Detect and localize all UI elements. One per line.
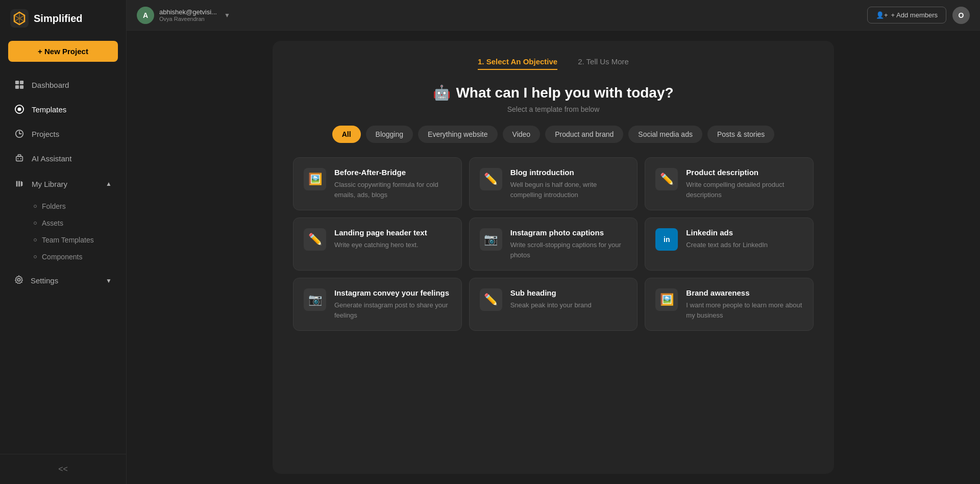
filter-pill-social-media-ads[interactable]: Social media ads xyxy=(628,126,702,143)
filter-pills: All Blogging Everything website Video Pr… xyxy=(332,126,775,143)
sub-dot-icon xyxy=(34,205,37,208)
topbar: A abhishek@getvisi... Ovya Raveendran ▼ … xyxy=(127,0,980,31)
sidebar-nav: Dashboard Templates Projects xyxy=(0,70,126,454)
sub-dot-icon xyxy=(34,222,37,225)
collapse-button[interactable]: << xyxy=(0,459,126,479)
ai-assistant-icon xyxy=(14,153,24,163)
new-project-button[interactable]: + New Project xyxy=(8,41,118,62)
sidebar-bottom: << xyxy=(0,454,126,484)
svg-point-12 xyxy=(17,278,20,281)
sidebar-item-ai-assistant[interactable]: AI Assistant xyxy=(4,147,122,170)
user-details: abhishek@getvisi... Ovya Raveendran xyxy=(159,8,217,22)
svg-point-11 xyxy=(20,158,21,159)
svg-rect-3 xyxy=(15,85,19,89)
dashboard-icon xyxy=(14,80,24,90)
wizard-heading: 🤖 What can I help you with today? xyxy=(433,84,673,101)
card-content: Instagram convey your feelings Generate … xyxy=(334,288,451,320)
my-library-sub-nav: Folders Assets Team Templates Components xyxy=(0,197,126,268)
svg-rect-9 xyxy=(18,155,20,157)
card-content: Instagram photo captions Write scroll-st… xyxy=(510,228,627,260)
card-icon-landing-page-header: ✏️ xyxy=(304,228,326,251)
svg-point-6 xyxy=(17,107,21,111)
my-library-label: My Library xyxy=(32,180,67,188)
settings-label: Settings xyxy=(31,276,58,285)
svg-point-10 xyxy=(17,158,18,159)
step-2[interactable]: 2. Tell Us More xyxy=(578,57,629,70)
sidebar-item-components[interactable]: Components xyxy=(28,249,122,265)
template-card-before-after-bridge[interactable]: 🖼️ Before-After-Bridge Classic copywriti… xyxy=(293,157,462,210)
robot-icon: 🤖 xyxy=(433,84,451,101)
template-card-blog-introduction[interactable]: ✏️ Blog introduction Well begun is half … xyxy=(469,157,638,210)
card-icon-instagram-photo-captions: 📷 xyxy=(480,228,502,251)
svg-rect-1 xyxy=(15,81,19,84)
sidebar-item-label: Templates xyxy=(32,105,66,114)
sidebar-item-team-templates[interactable]: Team Templates xyxy=(28,232,122,248)
logo[interactable]: Simplified xyxy=(0,0,126,37)
user-email: abhishek@getvisi... xyxy=(159,8,217,16)
settings-icon xyxy=(14,275,23,286)
card-icon-sub-heading: ✏️ xyxy=(480,288,502,311)
step-1[interactable]: 1. Select An Objective xyxy=(478,57,557,70)
svg-rect-8 xyxy=(16,156,23,161)
template-card-instagram-convey-feelings[interactable]: 📷 Instagram convey your feelings Generat… xyxy=(293,278,462,331)
sidebar-item-projects[interactable]: Projects xyxy=(4,122,122,146)
card-icon-blog-introduction: ✏️ xyxy=(480,168,502,190)
sidebar-item-my-library[interactable]: My Library ▲ xyxy=(4,172,122,196)
main-area: A abhishek@getvisi... Ovya Raveendran ▼ … xyxy=(127,0,980,484)
user-name: Ovya Raveendran xyxy=(159,16,217,22)
wizard-panel: 1. Select An Objective 2. Tell Us More 🤖… xyxy=(273,41,834,474)
card-icon-instagram-convey-feelings: 📷 xyxy=(304,288,326,311)
svg-rect-4 xyxy=(20,85,23,89)
user-info[interactable]: A abhishek@getvisi... Ovya Raveendran ▼ xyxy=(137,7,230,24)
sidebar-item-label: AI Assistant xyxy=(32,154,71,163)
card-content: Before-After-Bridge Classic copywriting … xyxy=(334,168,451,200)
sidebar-item-assets[interactable]: Assets xyxy=(28,215,122,231)
template-card-product-description[interactable]: ✏️ Product description Write compelling … xyxy=(645,157,814,210)
user-dropdown-arrow: ▼ xyxy=(224,12,230,19)
projects-icon xyxy=(14,129,24,139)
card-icon-product-description: ✏️ xyxy=(655,168,678,190)
add-members-button[interactable]: 👤+ + Add members xyxy=(867,7,946,23)
card-icon-linkedin-ads: in xyxy=(655,228,678,251)
sidebar-item-templates[interactable]: Templates xyxy=(4,98,122,121)
svg-rect-2 xyxy=(20,81,23,84)
user-circle-avatar[interactable]: O xyxy=(952,7,970,24)
my-library-icon xyxy=(14,179,24,189)
card-content: Linkedin ads Create text ads for LinkedI… xyxy=(686,228,803,250)
card-content: Product description Write compelling det… xyxy=(686,168,803,200)
card-content: Brand awareness I want more people to le… xyxy=(686,288,803,320)
template-card-linkedin-ads[interactable]: in Linkedin ads Create text ads for Link… xyxy=(645,217,814,271)
sub-dot-icon xyxy=(34,255,37,258)
sidebar-item-dashboard[interactable]: Dashboard xyxy=(4,73,122,96)
template-card-instagram-photo-captions[interactable]: 📷 Instagram photo captions Write scroll-… xyxy=(469,217,638,271)
filter-pill-product-and-brand[interactable]: Product and brand xyxy=(545,126,623,143)
my-library-section: My Library ▲ Folders Assets Team Templat… xyxy=(0,172,126,268)
chevron-up-icon: ▲ xyxy=(106,180,112,187)
filter-pill-blogging[interactable]: Blogging xyxy=(366,126,413,143)
template-card-brand-awareness[interactable]: 🖼️ Brand awareness I want more people to… xyxy=(645,278,814,331)
template-card-landing-page-header[interactable]: ✏️ Landing page header text Write eye ca… xyxy=(293,217,462,271)
card-icon-before-after-bridge: 🖼️ xyxy=(304,168,326,190)
sidebar-item-label: Projects xyxy=(32,130,59,138)
template-card-sub-heading[interactable]: ✏️ Sub heading Sneak peak into your bran… xyxy=(469,278,638,331)
card-content: Blog introduction Well begun is half don… xyxy=(510,168,627,200)
app-name: Simplified xyxy=(34,13,83,25)
templates-icon xyxy=(14,104,24,114)
filter-pill-posts-stories[interactable]: Posts & stories xyxy=(707,126,774,143)
card-icon-brand-awareness: 🖼️ xyxy=(655,288,678,311)
template-grid: 🖼️ Before-After-Bridge Classic copywriti… xyxy=(293,157,814,331)
sidebar-item-folders[interactable]: Folders xyxy=(28,198,122,214)
sidebar-item-settings[interactable]: Settings ▼ xyxy=(4,269,122,293)
filter-pill-video[interactable]: Video xyxy=(503,126,541,143)
chevron-down-icon: ▼ xyxy=(106,277,112,284)
card-content: Landing page header text Write eye catch… xyxy=(334,228,451,250)
wizard-subtext: Select a template from below xyxy=(507,105,600,113)
sub-dot-icon xyxy=(34,238,37,241)
filter-pill-all[interactable]: All xyxy=(332,126,361,143)
add-members-icon: 👤+ xyxy=(876,11,888,19)
stepper: 1. Select An Objective 2. Tell Us More xyxy=(478,57,629,70)
filter-pill-everything-website[interactable]: Everything website xyxy=(418,126,498,143)
user-avatar: A xyxy=(137,7,154,24)
sidebar: Simplified + New Project Dashboard xyxy=(0,0,127,484)
card-content: Sub heading Sneak peak into your brand xyxy=(510,288,627,310)
